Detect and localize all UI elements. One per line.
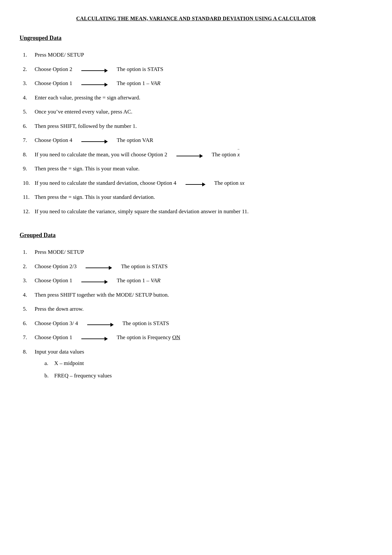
step-number-12: 12.: [23, 207, 35, 216]
step-number-9: 9.: [23, 165, 35, 173]
g-step-2: 2. Choose Option 2/3 The option is STATS: [23, 262, 372, 271]
g-step-2-result: The option is STATS: [121, 262, 168, 271]
grouped-section: Grouped Data 1. Press MODE/ SETUP 2. Cho…: [20, 232, 372, 384]
step-10: 10. If you need to calculate the standar…: [23, 179, 372, 187]
step-3-text: Choose Option 1: [35, 79, 72, 88]
step-3-result: The option 1 – VAR: [117, 79, 160, 88]
g-step-7-content: Choose Option 1 The option is Frequency …: [35, 333, 372, 342]
step-9-content: Then press the = sign. This is your mean…: [35, 165, 372, 173]
g-step-6: 6. Choose Option 3/ 4 The option is STAT…: [23, 319, 372, 328]
page-title: CALCULATING THE MEAN, VARIANCE AND STAND…: [20, 16, 372, 22]
step-number-1: 1.: [23, 51, 35, 59]
step-number-11: 11.: [23, 193, 35, 201]
sub-text-b: FREQ – frequency values: [54, 372, 112, 380]
step-1-content: Press MODE/ SETUP: [35, 51, 372, 59]
ungrouped-section: Ungrouped Data 1. Press MODE/ SETUP 2. C…: [20, 35, 372, 216]
step-7-arrow: [81, 141, 107, 142]
g-step-7: 7. Choose Option 1 The option is Frequen…: [23, 333, 372, 342]
g-step-7-text: Choose Option 1: [35, 333, 72, 342]
g-step-7-arrow: [81, 338, 107, 339]
g-step-number-4: 4.: [23, 291, 35, 299]
g-step-6-arrow: [87, 324, 113, 325]
step-10-result: The option sx: [214, 179, 245, 187]
step-8-arrow: [176, 156, 203, 156]
step-11: 11. Then press the = sign. This is your …: [23, 193, 372, 201]
g-step-7-result: The option is Frequency ON: [117, 333, 180, 342]
ungrouped-title: Ungrouped Data: [20, 35, 372, 42]
step-7-text: Choose Option 4: [35, 136, 72, 145]
step-12: 12. If you need to calculate the varianc…: [23, 207, 372, 216]
step-8-result: The option x‾: [212, 150, 240, 159]
step-10-arrow: [186, 184, 205, 185]
g-step-4-content: Then press SHIFT together with the MODE/…: [35, 291, 372, 299]
g-step-number-1: 1.: [23, 248, 35, 256]
step-number-5: 5.: [23, 108, 35, 116]
g-step-8: 8. Input your data values a. X – midpoin…: [23, 348, 372, 384]
step-9-text: Then press the = sign. This is your mean…: [35, 165, 139, 173]
grouped-title: Grouped Data: [20, 232, 372, 239]
step-11-content: Then press the = sign. This is your stan…: [35, 193, 372, 201]
step-2: 2. Choose Option 2 The option is STATS: [23, 65, 372, 74]
step-5-content: Once you’ve entered every value, press A…: [35, 108, 372, 116]
step-number-8: 8.: [23, 150, 35, 159]
g-step-1-content: Press MODE/ SETUP: [35, 248, 372, 256]
step-3-content: Choose Option 1 The option 1 – VAR: [35, 79, 372, 88]
step-6-text: Then press SHIFT, followed by the number…: [35, 122, 137, 130]
step-8-content: If you need to calculate the mean, you w…: [35, 150, 372, 159]
sub-list: a. X – midpoint b. FREQ – frequency valu…: [44, 359, 112, 384]
step-12-text: If you need to calculate the variance, s…: [35, 207, 249, 216]
g-step-number-3: 3.: [23, 276, 35, 285]
g-step-2-arrow: [86, 268, 112, 268]
step-6-content: Then press SHIFT, followed by the number…: [35, 122, 372, 130]
step-10-content: If you need to calculate the standard de…: [35, 179, 372, 187]
step-number-3: 3.: [23, 79, 35, 88]
g-step-8-text: Input your data values: [35, 348, 84, 356]
step-7-content: Choose Option 4 The option VAR: [35, 136, 372, 145]
step-2-arrow: [81, 70, 107, 71]
step-7-result: The option VAR: [117, 136, 153, 145]
g-step-number-7: 7.: [23, 333, 35, 342]
g-step-6-text: Choose Option 3/ 4: [35, 319, 78, 328]
step-2-text: Choose Option 2: [35, 65, 72, 74]
g-step-number-5: 5.: [23, 305, 35, 313]
ungrouped-steps-list: 1. Press MODE/ SETUP 2. Choose Option 2 …: [23, 51, 372, 216]
sub-letter-a: a.: [44, 359, 54, 368]
g-step-5: 5. Press the down arrow.: [23, 305, 372, 313]
g-step-number-8: 8.: [23, 348, 35, 356]
step-3-arrow: [81, 84, 107, 85]
step-2-content: Choose Option 2 The option is STATS: [35, 65, 372, 74]
step-number-6: 6.: [23, 122, 35, 130]
sub-letter-b: b.: [44, 372, 54, 380]
g-step-3: 3. Choose Option 1 The option 1 – VAR: [23, 276, 372, 285]
step-number-2: 2.: [23, 65, 35, 74]
g-step-3-result: The option 1 – VAR: [117, 276, 160, 285]
grouped-steps-list: 1. Press MODE/ SETUP 2. Choose Option 2/…: [23, 248, 372, 384]
g-step-1: 1. Press MODE/ SETUP: [23, 248, 372, 256]
sub-item-b: b. FREQ – frequency values: [44, 372, 112, 380]
g-step-number-6: 6.: [23, 319, 35, 328]
step-8: 8. If you need to calculate the mean, yo…: [23, 150, 372, 159]
step-5-text: Once you’ve entered every value, press A…: [35, 108, 132, 116]
g-step-5-text: Press the down arrow.: [35, 305, 84, 313]
g-step-number-2: 2.: [23, 262, 35, 271]
g-step-4-text: Then press SHIFT together with the MODE/…: [35, 291, 169, 299]
step-1: 1. Press MODE/ SETUP: [23, 51, 372, 59]
step-5: 5. Once you’ve entered every value, pres…: [23, 108, 372, 116]
step-number-10: 10.: [23, 179, 35, 187]
step-4-content: Enter each value, pressing the = sign af…: [35, 94, 372, 102]
step-2-result: The option is STATS: [117, 65, 163, 74]
g-step-2-content: Choose Option 2/3 The option is STATS: [35, 262, 372, 271]
sub-item-a: a. X – midpoint: [44, 359, 112, 368]
g-step-3-arrow: [81, 282, 107, 282]
g-step-2-text: Choose Option 2/3: [35, 262, 76, 271]
step-4: 4. Enter each value, pressing the = sign…: [23, 94, 372, 102]
g-step-4: 4. Then press SHIFT together with the MO…: [23, 291, 372, 299]
step-number-4: 4.: [23, 94, 35, 102]
step-9: 9. Then press the = sign. This is your m…: [23, 165, 372, 173]
step-12-content: If you need to calculate the variance, s…: [35, 207, 372, 216]
step-7: 7. Choose Option 4 The option VAR: [23, 136, 372, 145]
step-6: 6. Then press SHIFT, followed by the num…: [23, 122, 372, 130]
g-step-1-text: Press MODE/ SETUP: [35, 248, 84, 256]
step-1-text: Press MODE/ SETUP: [35, 51, 84, 59]
g-step-6-result: The option is STATS: [122, 319, 169, 328]
